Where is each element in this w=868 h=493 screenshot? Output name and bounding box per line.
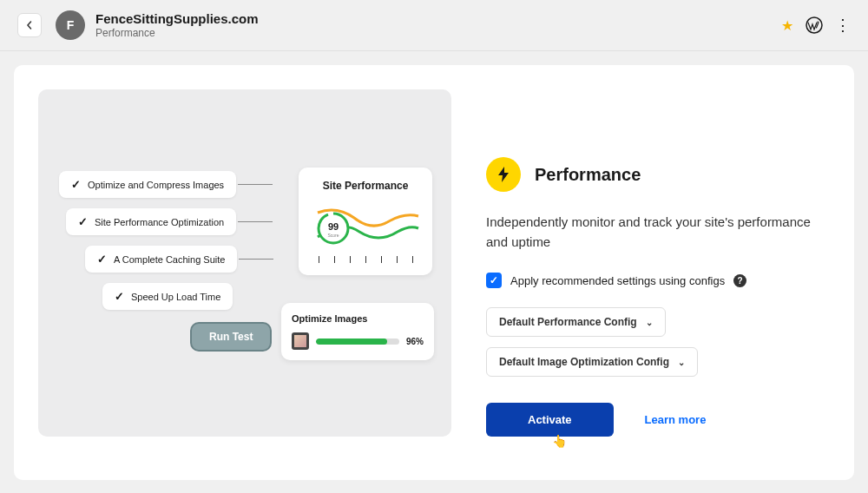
run-test-button: Run Test [190,322,272,352]
chevron-left-icon [25,21,34,30]
feature-pill-label: Optimize and Compress Images [88,180,224,190]
checkmark-icon: ✓ [97,253,107,266]
site-info: FenceSittingSupplies.com Performance [95,11,259,39]
panel-description: Independently monitor and track your sit… [486,213,830,252]
checkbox-checked-icon[interactable]: ✓ [486,273,502,288]
perf-gauge: 99 Score [311,202,420,249]
progress-bar [316,339,399,345]
image-thumb-icon [292,332,309,350]
site-avatar: F [56,10,85,40]
header-actions: ★ ⋮ [781,16,851,34]
connector-line [239,259,273,260]
cursor-icon: 👆 [552,434,567,448]
dropdown-label: Default Performance Config [499,316,637,328]
feature-pill-list: ✓Optimize and Compress Images ✓Site Perf… [59,171,273,310]
opt-progress-row: 96% [292,332,424,350]
activate-button[interactable]: Activate [486,403,614,437]
main-card: ✓Optimize and Compress Images ✓Site Perf… [14,65,854,480]
feature-pill-label: Speed Up Load Time [131,292,220,302]
optimize-images-card: Optimize Images 96% [281,303,434,360]
site-performance-card: Site Performance 99 Score [299,168,432,275]
dropdown-label: Default Image Optimization Config [499,356,669,368]
checkmark-icon: ✓ [78,215,88,228]
feature-pill: ✓Speed Up Load Time [102,283,233,310]
checkbox-row[interactable]: ✓ Apply recommended settings using confi… [486,273,830,288]
activation-panel: Performance Independently monitor and tr… [486,89,830,456]
panel-title-row: Performance [486,157,830,192]
site-name: FenceSittingSupplies.com [95,11,259,26]
learn-more-link[interactable]: Learn more [645,413,707,426]
panel-title: Performance [535,165,641,185]
perf-score-label: Score [327,233,339,238]
app-header: F FenceSittingSupplies.com Performance ★… [0,0,868,51]
chart-ticks [311,256,420,263]
star-icon[interactable]: ★ [781,17,793,34]
checkmark-icon: ✓ [71,178,81,191]
feature-pill-label: Site Performance Optimization [95,217,224,227]
chevron-down-icon: ⌄ [678,358,685,367]
breadcrumb: Performance [95,27,259,39]
connector-line [238,184,273,185]
image-config-dropdown[interactable]: Default Image Optimization Config ⌄ [486,347,698,377]
progress-percent: 96% [406,337,424,346]
back-button[interactable] [17,13,42,37]
feature-pill-label: A Complete Caching Suite [114,254,225,265]
feature-pill: ✓A Complete Caching Suite [85,246,237,273]
checkmark-icon: ✓ [115,290,124,303]
opt-card-title: Optimize Images [292,313,424,324]
perf-card-title: Site Performance [311,180,420,192]
performance-config-dropdown[interactable]: Default Performance Config ⌄ [486,307,666,337]
wordpress-icon[interactable] [806,16,823,34]
more-icon[interactable]: ⋮ [835,17,851,33]
chevron-down-icon: ⌄ [646,318,653,327]
performance-badge-icon [486,157,521,192]
feature-pill: ✓Site Performance Optimization [66,208,236,235]
feature-pill: ✓Optimize and Compress Images [59,171,236,198]
connector-line [238,221,273,222]
checkbox-label: Apply recommended settings using configs [510,274,725,287]
action-row: Activate Learn more 👆 [486,403,830,437]
help-icon[interactable]: ? [733,274,746,287]
perf-score-value: 99 [328,221,339,232]
performance-illustration: ✓Optimize and Compress Images ✓Site Perf… [38,89,451,437]
